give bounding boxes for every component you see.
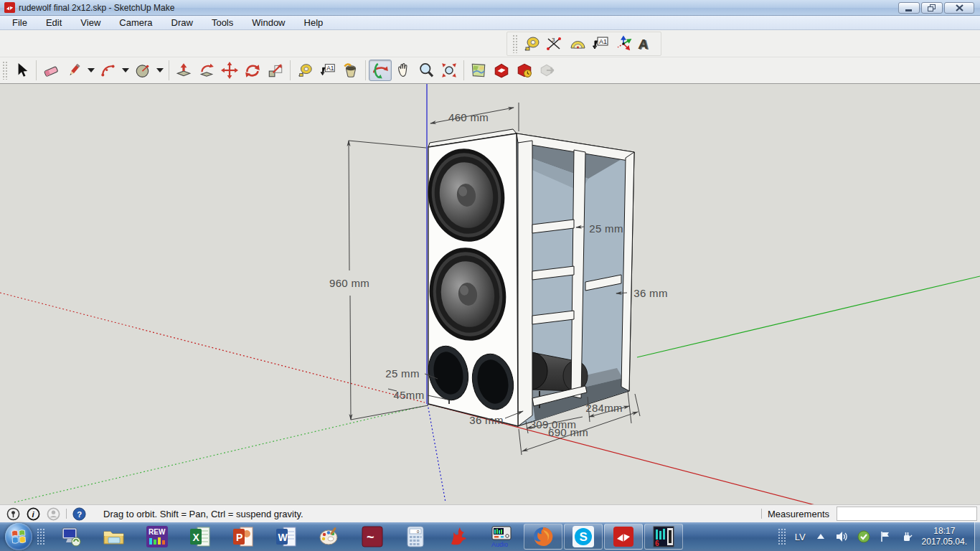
toolbar-grip-main[interactable] [2, 61, 8, 80]
taskbar-audio-mixer[interactable]: 6 [644, 524, 683, 550]
show-hidden-icons-button[interactable] [813, 529, 829, 545]
pan-tool-button[interactable] [392, 60, 415, 81]
paint-bucket-button[interactable] [339, 60, 362, 81]
taskbar-tilde-app[interactable]: ~ [360, 524, 385, 549]
select-tool-button[interactable] [10, 60, 33, 81]
menu-edit[interactable]: Edit [37, 16, 71, 30]
arc-tool-button[interactable] [97, 60, 120, 81]
scale-tool-button[interactable] [264, 60, 287, 81]
dimension-label-brace-36: 36 mm [633, 287, 667, 299]
taskbar-remote-desktop[interactable] [59, 524, 83, 549]
zoom-extents-button[interactable] [438, 60, 461, 81]
taskbar-word[interactable]: W [274, 524, 298, 549]
push-pull-tool-button[interactable] [172, 60, 195, 81]
rotate-tool-button[interactable] [241, 60, 264, 81]
clock[interactable]: 18:17 2017.05.04. [922, 526, 967, 547]
action-center-button[interactable] [877, 529, 893, 545]
zoom-magnifier-icon [418, 62, 435, 79]
title-bar[interactable]: rudewolf final 2x12.skp - SketchUp Make [0, 0, 980, 16]
minimize-button[interactable] [898, 2, 920, 14]
menu-view[interactable]: View [71, 16, 110, 30]
viewport[interactable]: 460 mm 960 mm 25 mm 36 mm 25 mm 45mm 36 … [0, 84, 980, 504]
menu-draw[interactable]: Draw [162, 16, 202, 30]
shapes-tool-button[interactable] [131, 60, 154, 81]
credits-info-icon[interactable]: i [27, 507, 40, 521]
menu-tools[interactable]: Tools [202, 16, 242, 30]
taskbar-grip [37, 528, 45, 545]
language-indicator[interactable]: LV [795, 532, 806, 542]
tape-measure-button[interactable] [293, 60, 316, 81]
restore-button[interactable] [921, 2, 943, 14]
menu-camera[interactable]: Camera [110, 16, 161, 30]
geolocation-status-icon[interactable] [6, 507, 20, 521]
taskbar-paint[interactable] [317, 524, 341, 549]
extension-warehouse-icon [516, 62, 533, 79]
safely-remove-hardware-button[interactable] [899, 529, 915, 545]
svg-text:REW: REW [149, 528, 166, 536]
sign-in-user-icon[interactable] [47, 507, 60, 521]
taskbar-excel[interactable]: X [188, 524, 212, 549]
orbit-tool-button[interactable] [369, 60, 392, 81]
taskbar-rew[interactable]: REW [145, 524, 169, 549]
taskbar-explorer[interactable] [102, 524, 126, 549]
arc-tool-dropdown[interactable] [120, 60, 131, 81]
taskbar-eagle-app[interactable] [446, 524, 471, 549]
zoom-tool-button[interactable] [415, 60, 438, 81]
calculator-icon: 0 [405, 525, 426, 548]
toolbar-grip[interactable] [512, 34, 518, 53]
tilde-app-icon: ~ [361, 525, 384, 548]
antivirus-tray-icon[interactable] [856, 529, 872, 545]
text-button[interactable]: A1 [316, 60, 339, 81]
paint-bucket-icon [342, 62, 359, 79]
measurements-input[interactable] [837, 507, 977, 521]
chevron-down-icon [88, 67, 95, 73]
help-icon[interactable]: ? [72, 507, 86, 521]
desktop: { "window": { "title": "rudewolf final 2… [0, 0, 980, 551]
eagle-icon [447, 525, 470, 548]
follow-me-tool-button[interactable] [195, 60, 218, 81]
geo-location-button[interactable] [467, 60, 490, 81]
taskbar-firefox[interactable] [524, 524, 562, 550]
folder-icon [103, 526, 126, 547]
3d-warehouse-button[interactable] [490, 60, 513, 81]
taskbar-powerpoint[interactable]: P [231, 524, 255, 549]
line-tool-button[interactable] [62, 60, 85, 81]
chevron-up-icon [816, 533, 825, 540]
dimension-label-depth: 690 mm [548, 426, 588, 438]
start-button[interactable] [5, 523, 32, 550]
text-tool-button[interactable]: A1 [589, 33, 612, 55]
move-tool-button[interactable] [218, 60, 241, 81]
show-desktop-button[interactable] [974, 522, 980, 551]
shapes-tool-dropdown[interactable] [154, 60, 166, 81]
menu-window[interactable]: Window [242, 16, 294, 30]
eraser-tool-button[interactable] [39, 60, 62, 81]
speaker-cabinet-model [421, 129, 634, 426]
close-button[interactable] [944, 2, 974, 14]
3d-warehouse-icon [493, 62, 510, 79]
svg-text:~: ~ [367, 530, 374, 545]
dimension-label-bottom-36: 36 mm [469, 414, 503, 426]
3d-text-icon: A A [637, 34, 656, 53]
line-tool-dropdown[interactable] [85, 60, 97, 81]
tape-measure-tool-button[interactable] [520, 33, 543, 55]
close-icon [956, 4, 963, 11]
svg-text:i: i [32, 509, 35, 518]
menu-file[interactable]: File [3, 16, 37, 30]
powerpoint-icon: P [232, 525, 255, 548]
dimension-label-width: 460 mm [448, 111, 489, 123]
taskbar-sketchup[interactable] [604, 524, 643, 550]
dimension-tool-button[interactable]: 3 [543, 33, 566, 55]
axes-tool-button[interactable] [612, 33, 635, 55]
protractor-tool-button[interactable] [566, 33, 589, 55]
extension-warehouse-button[interactable] [513, 60, 536, 81]
svg-text:A: A [637, 37, 649, 52]
pan-hand-icon [395, 62, 412, 79]
taskbar-skype[interactable]: S [564, 524, 603, 550]
volume-button[interactable] [834, 529, 850, 545]
share-model-button[interactable] [536, 60, 559, 81]
3d-text-tool-button[interactable]: A A [635, 33, 658, 55]
menu-help[interactable]: Help [295, 16, 333, 30]
svg-text:Audio: Audio [491, 541, 508, 548]
taskbar-calculator[interactable]: 0 [403, 524, 428, 549]
taskbar-audio-device[interactable]: Audio [489, 524, 514, 549]
